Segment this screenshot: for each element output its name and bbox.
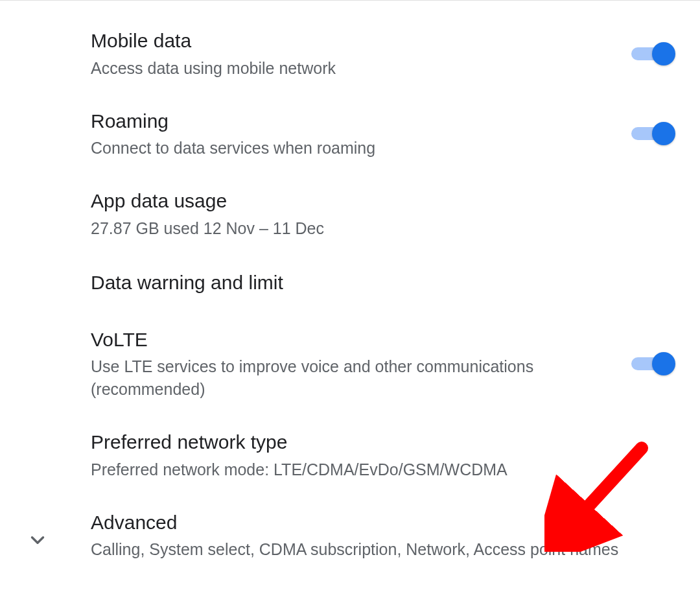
setting-subtitle: Connect to data services when roaming (91, 137, 612, 160)
setting-text: Data warning and limit (91, 270, 674, 296)
toggle-thumb (652, 42, 675, 65)
toggle-thumb (652, 122, 675, 145)
setting-title: VoLTE (91, 327, 612, 353)
roaming-toggle[interactable] (631, 122, 674, 145)
setting-text: VoLTE Use LTE services to improve voice … (91, 327, 631, 401)
setting-data-warning-limit[interactable]: Data warning and limit (0, 254, 700, 313)
setting-mobile-data[interactable]: Mobile data Access data using mobile net… (0, 14, 700, 94)
setting-title: Mobile data (91, 28, 612, 54)
settings-list: Mobile data Access data using mobile net… (0, 1, 700, 575)
setting-title: App data usage (91, 188, 655, 215)
chevron-down-icon (25, 527, 51, 553)
setting-text: App data usage 27.87 GB used 12 Nov – 11… (91, 188, 674, 240)
setting-text: Mobile data Access data using mobile net… (91, 28, 631, 80)
setting-title: Roaming (91, 108, 612, 135)
setting-title: Preferred network type (91, 429, 655, 456)
setting-text: Roaming Connect to data services when ro… (91, 108, 631, 160)
setting-roaming[interactable]: Roaming Connect to data services when ro… (0, 94, 700, 174)
setting-subtitle: Preferred network mode: LTE/CDMA/EvDo/GS… (91, 458, 655, 481)
setting-subtitle: Calling, System select, CDMA subscriptio… (91, 538, 655, 561)
setting-advanced[interactable]: Advanced Calling, System select, CDMA su… (0, 495, 700, 576)
setting-subtitle: 27.87 GB used 12 Nov – 11 Dec (91, 217, 655, 240)
setting-preferred-network-type[interactable]: Preferred network type Preferred network… (0, 415, 700, 495)
volte-toggle[interactable] (631, 352, 674, 375)
setting-title: Advanced (91, 510, 655, 536)
setting-app-data-usage[interactable]: App data usage 27.87 GB used 12 Nov – 11… (0, 174, 700, 254)
setting-text: Advanced Calling, System select, CDMA su… (91, 510, 674, 562)
toggle-thumb (652, 352, 675, 375)
setting-subtitle: Use LTE services to improve voice and ot… (91, 355, 612, 401)
setting-volte[interactable]: VoLTE Use LTE services to improve voice … (0, 313, 700, 416)
setting-subtitle: Access data using mobile network (91, 57, 612, 80)
mobile-data-toggle[interactable] (631, 42, 674, 65)
setting-title: Data warning and limit (91, 270, 655, 296)
setting-text: Preferred network type Preferred network… (91, 429, 674, 481)
